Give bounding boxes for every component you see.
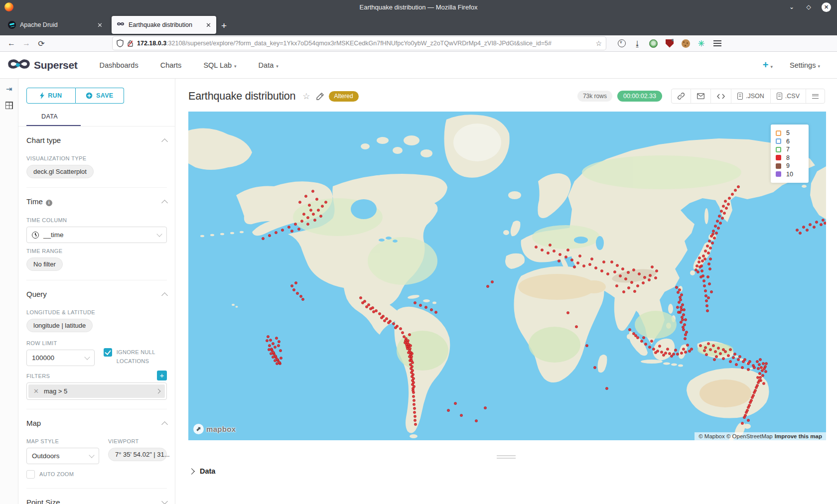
- section-time: Timei TIME COLUMN __time TIME RANGE No f…: [26, 188, 167, 280]
- nav-item-charts[interactable]: Charts: [160, 61, 182, 69]
- chart-actions: .JSON .CSV: [671, 89, 825, 104]
- collapse-strip: ⇥: [0, 79, 18, 504]
- window-titlebar: Earthquake distribution — Mozilla Firefo…: [0, 0, 837, 14]
- filter-item[interactable]: ✕ mag > 5: [28, 384, 165, 398]
- filter-value: mag > 5: [44, 387, 67, 395]
- ignore-null-checkbox[interactable]: [104, 348, 112, 357]
- browser-tab-earthquake-distribution[interactable]: Earthquake distribution ✕: [112, 16, 216, 34]
- map-style-label: MAP STYLE: [26, 438, 99, 444]
- favorite-star-icon[interactable]: ☆: [302, 91, 310, 102]
- section-header-chart-type[interactable]: Chart type: [26, 134, 167, 150]
- map-legend[interactable]: 5678910: [771, 125, 809, 183]
- auto-zoom-checkbox[interactable]: [26, 470, 35, 479]
- legend-swatch: [776, 163, 781, 169]
- url-text: 172.18.0.3:32108/superset/explore/?form_…: [137, 40, 592, 47]
- section-header-map[interactable]: Map: [26, 417, 167, 433]
- remove-filter-icon[interactable]: ✕: [33, 387, 39, 395]
- save-button[interactable]: SAVE: [76, 88, 125, 104]
- cookie-extension-icon[interactable]: [682, 39, 690, 48]
- browser-tabstrip: Apache Druid ✕ Earthquake distribution ✕…: [0, 14, 837, 35]
- map-style-select[interactable]: Outdoors: [26, 448, 99, 464]
- file-icon: [737, 93, 743, 100]
- viz-type-value[interactable]: deck.gl Scatterplot: [26, 165, 94, 178]
- chart-menu-button[interactable]: [806, 89, 825, 103]
- menu-hamburger-icon[interactable]: [713, 40, 721, 46]
- browser-tab-apache-druid[interactable]: Apache Druid ✕: [3, 16, 108, 34]
- section-header-point-size[interactable]: Point Size: [26, 496, 167, 504]
- time-range-label: TIME RANGE: [26, 248, 167, 254]
- legend-item-5[interactable]: 5: [776, 129, 804, 137]
- insecure-lock-icon[interactable]: [127, 40, 134, 47]
- browser-toolbar: ← → ⟳ 172.18.0.3:32108/superset/explore/…: [0, 35, 837, 52]
- email-button[interactable]: [691, 89, 711, 103]
- superset-favicon: [117, 21, 125, 29]
- dataset-grid-icon[interactable]: [5, 102, 13, 109]
- chevron-down-icon: [156, 231, 162, 237]
- bookmark-star-icon[interactable]: ☆: [595, 39, 602, 47]
- time-range-value[interactable]: No filter: [26, 257, 63, 271]
- time-column-select[interactable]: __time: [26, 227, 167, 243]
- edit-icon[interactable]: [316, 93, 324, 100]
- embed-code-button[interactable]: [711, 89, 731, 103]
- tab-data[interactable]: DATA: [26, 113, 81, 126]
- expand-panel-icon[interactable]: ⇥: [6, 85, 12, 94]
- settings-menu[interactable]: Settings ▾: [790, 61, 820, 69]
- legend-item-9[interactable]: 9: [776, 162, 804, 170]
- chevron-up-icon: [161, 200, 168, 206]
- chevron-up-icon: [161, 138, 168, 145]
- superset-logo[interactable]: Superset: [8, 59, 77, 72]
- altered-badge[interactable]: Altered: [329, 91, 359, 102]
- tracking-protection-icon[interactable]: [117, 39, 124, 47]
- export-csv-button[interactable]: .CSV: [771, 89, 806, 103]
- nav-item-sql-lab[interactable]: SQL Lab▾: [203, 61, 236, 69]
- lonlat-label: LONGITUDE & LATITUDE: [26, 309, 167, 315]
- link-icon: [678, 93, 685, 100]
- tab-close-icon[interactable]: ✕: [97, 21, 103, 29]
- url-bar[interactable]: 172.18.0.3:32108/superset/explore/?form_…: [113, 37, 606, 50]
- firefox-icon: [4, 2, 13, 11]
- row-limit-select[interactable]: 100000: [26, 350, 95, 366]
- ublock-icon[interactable]: 2: [666, 39, 674, 48]
- section-header-time[interactable]: Timei: [26, 195, 167, 212]
- viz-type-label: VISUALIZATION TYPE: [26, 155, 167, 161]
- plus-circle-icon: [86, 92, 93, 99]
- window-close-icon[interactable]: ✕: [822, 2, 831, 12]
- reload-button[interactable]: ⟳: [34, 39, 49, 48]
- nav-item-data[interactable]: Data▾: [259, 61, 279, 69]
- nav-item-dashboards[interactable]: Dashboards: [99, 61, 138, 69]
- run-button[interactable]: RUN: [26, 88, 76, 104]
- new-tab-button[interactable]: +: [221, 20, 227, 31]
- legend-label: 10: [786, 171, 793, 178]
- privacy-extension-icon[interactable]: [649, 39, 658, 48]
- legend-item-6[interactable]: 6: [776, 137, 804, 146]
- improve-map-link[interactable]: Improve this map: [775, 433, 822, 439]
- window-minimize-icon[interactable]: ⌄: [788, 3, 796, 10]
- downloads-icon[interactable]: ⭳: [634, 39, 641, 48]
- splitter-handle[interactable]: [497, 455, 516, 459]
- legend-item-10[interactable]: 10: [776, 170, 804, 179]
- legend-item-8[interactable]: 8: [776, 154, 804, 162]
- data-panel-toggle[interactable]: Data: [175, 460, 837, 475]
- legend-item-7[interactable]: 7: [776, 145, 804, 154]
- new-item-button[interactable]: + ▾: [763, 59, 773, 71]
- back-button[interactable]: ←: [4, 39, 19, 48]
- export-json-button[interactable]: .JSON: [731, 89, 771, 103]
- legend-swatch: [776, 147, 781, 152]
- deckgl-map[interactable]: 5678910 ⬈ mapbox © Mapbox © OpenStreetMa…: [188, 112, 826, 440]
- copy-link-button[interactable]: [672, 89, 691, 103]
- extension-asterisk-icon[interactable]: ✳: [698, 39, 704, 48]
- add-filter-button[interactable]: +: [157, 371, 167, 380]
- mapbox-logo[interactable]: ⬈ mapbox: [193, 424, 236, 434]
- viewport-value[interactable]: 7° 35' 54.02" | 31...: [108, 448, 167, 461]
- forward-button[interactable]: →: [19, 39, 34, 48]
- section-point-size: Point Size: [26, 489, 167, 504]
- lightning-icon: [40, 92, 44, 99]
- window-maximize-icon[interactable]: ◇: [805, 3, 813, 10]
- chart-title: Earthquake distribution: [188, 90, 295, 103]
- lonlat-value[interactable]: longitude | latitude: [26, 319, 93, 332]
- section-header-query[interactable]: Query: [26, 288, 167, 304]
- legend-label: 5: [786, 129, 790, 136]
- pocket-icon[interactable]: [618, 39, 626, 47]
- druid-favicon: [8, 21, 16, 29]
- tab-close-icon[interactable]: ✕: [206, 21, 211, 29]
